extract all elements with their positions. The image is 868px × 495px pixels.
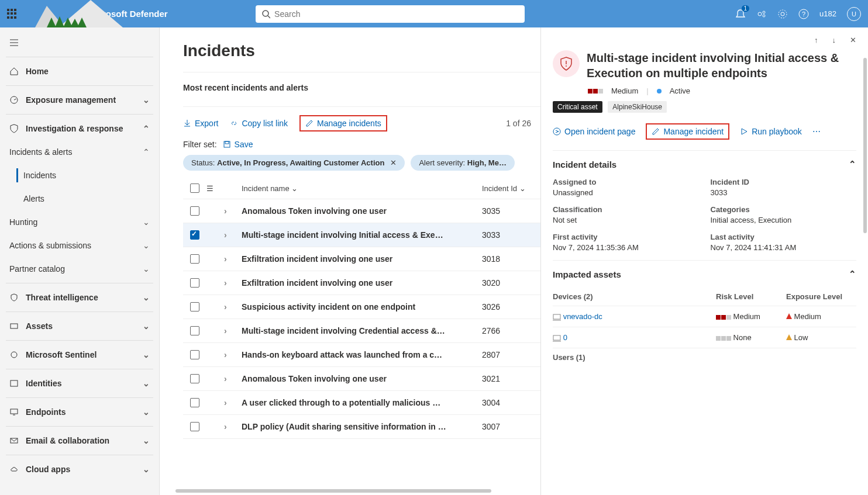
risk-col: Risk Level: [716, 292, 786, 301]
sidebar-item-alerts[interactable]: Alerts: [0, 187, 159, 210]
section-incident-details[interactable]: Incident details⌃: [553, 150, 856, 169]
col-incident-id[interactable]: Incident Id ⌄: [482, 184, 540, 193]
open-incident-button[interactable]: Open incident page: [553, 127, 635, 136]
sidebar-item-incidents-alerts[interactable]: Incidents & alerts⌃: [0, 140, 159, 164]
row-checkbox[interactable]: [190, 422, 199, 431]
filter-chip-severity[interactable]: Alert severity: High, Me…: [411, 155, 515, 171]
table-row[interactable]: › Hands-on keyboard attack was launched …: [183, 343, 540, 367]
table-row[interactable]: › Multi-stage incident involving Initial…: [183, 223, 540, 247]
sidebar-item-partner[interactable]: Partner catalog⌄: [0, 257, 159, 281]
settings-icon[interactable]: [777, 9, 788, 19]
sidebar-item-threat[interactable]: Threat intelligence⌄: [0, 286, 159, 309]
filter-chip-status[interactable]: Status: Active, In Progress, Awaiting Cu…: [183, 155, 405, 171]
table-row[interactable]: › DLP policy (Audit sharing sensitive in…: [183, 415, 540, 439]
row-incident-name: Exfiltration incident involving one user: [242, 254, 482, 264]
row-checkbox[interactable]: [190, 398, 199, 407]
row-checkbox[interactable]: [190, 206, 199, 216]
manage-incident-button[interactable]: Manage incident: [646, 123, 729, 140]
svg-rect-22: [11, 409, 18, 414]
row-checkbox[interactable]: [190, 278, 199, 288]
down-arrow-icon[interactable]: ↓: [832, 36, 836, 44]
topbar: Microsoft Defender 1 ? u182 U: [0, 0, 868, 27]
shield-icon: [9, 124, 19, 133]
row-checkbox[interactable]: [190, 350, 199, 359]
table-row[interactable]: › Anomalous Token involving one user 302…: [183, 367, 540, 391]
status-dot: [657, 89, 662, 94]
more-actions-button[interactable]: ⋯: [812, 127, 821, 136]
notifications-icon[interactable]: 1: [735, 9, 746, 19]
svg-marker-3: [70, 19, 80, 27]
device-name[interactable]: vnevado-dc: [563, 312, 602, 321]
table-row[interactable]: › Exfiltration incident involving one us…: [183, 247, 540, 271]
chevron-right-icon[interactable]: ›: [224, 422, 227, 431]
row-checkbox[interactable]: [190, 254, 199, 264]
table-row[interactable]: › Suspicious activity incident on one en…: [183, 295, 540, 319]
svg-rect-32: [553, 335, 560, 340]
gauge-icon: [9, 95, 19, 105]
device-name[interactable]: 0: [563, 333, 567, 342]
chevron-right-icon[interactable]: ›: [224, 230, 227, 240]
sidebar-item-incidents[interactable]: Incidents: [0, 164, 159, 187]
chevron-down-icon: ⌄: [143, 217, 150, 227]
tag-critical: Critical asset: [553, 101, 602, 113]
chevron-right-icon[interactable]: ›: [224, 302, 227, 311]
device-row[interactable]: vnevado-dc Medium Medium: [553, 306, 856, 327]
chevron-right-icon[interactable]: ›: [224, 278, 227, 288]
horizontal-scrollbar[interactable]: [175, 489, 491, 493]
manage-incidents-button[interactable]: Manage incidents: [299, 115, 387, 131]
sidebar-item-email[interactable]: Email & collaboration⌄: [0, 429, 159, 452]
help-icon[interactable]: ?: [798, 9, 809, 19]
chevron-right-icon[interactable]: ›: [224, 398, 227, 407]
col-incident-name[interactable]: Incident name ⌄: [242, 184, 482, 193]
chevron-right-icon[interactable]: ›: [224, 350, 227, 359]
sidebar-item-assets[interactable]: Assets⌄: [0, 314, 159, 338]
section-impacted-assets[interactable]: Impacted assets⌃: [553, 260, 856, 279]
community-icon[interactable]: [756, 9, 767, 19]
sidebar-item-investigation[interactable]: Investigation & response⌃: [0, 117, 159, 140]
app-launcher-icon[interactable]: [7, 9, 18, 19]
toolbar: Export Copy list link Manage incidents 1…: [183, 106, 540, 140]
save-filter-button[interactable]: Save: [223, 140, 253, 149]
close-icon[interactable]: ✕: [390, 158, 397, 167]
row-checkbox[interactable]: [190, 230, 199, 240]
sidebar-item-hunting[interactable]: Hunting⌄: [0, 210, 159, 234]
table-row[interactable]: › A user clicked through to a potentiall…: [183, 391, 540, 415]
chevron-right-icon[interactable]: ›: [224, 206, 227, 216]
devices-heading: Devices (2): [553, 292, 716, 301]
chevron-right-icon[interactable]: ›: [224, 326, 227, 335]
sidebar-item-identities[interactable]: Identities⌄: [0, 372, 159, 395]
row-checkbox[interactable]: [190, 326, 199, 335]
row-checkbox[interactable]: [190, 374, 199, 383]
sidebar-item-home[interactable]: Home: [0, 60, 159, 83]
up-arrow-icon[interactable]: ↑: [814, 36, 818, 44]
sidebar-item-cloud[interactable]: Cloud apps⌄: [0, 458, 159, 481]
device-row[interactable]: 0 None Low: [553, 327, 856, 348]
select-all-checkbox[interactable]: [190, 184, 199, 193]
vertical-scrollbar[interactable]: [863, 58, 867, 233]
main-content: Incidents Most recent incidents and aler…: [160, 27, 540, 495]
search-box[interactable]: [256, 5, 525, 23]
search-input[interactable]: [274, 9, 519, 19]
row-incident-name: Multi-stage incident involving Initial a…: [242, 230, 482, 240]
row-incident-id: 3020: [482, 278, 540, 288]
first-activity-value: Nov 7, 2024 11:35:36 AM: [553, 243, 699, 252]
sidebar-item-actions[interactable]: Actions & submissions⌄: [0, 234, 159, 257]
run-playbook-button[interactable]: Run playbook: [740, 127, 802, 136]
sidebar-item-endpoints[interactable]: Endpoints⌄: [0, 400, 159, 424]
close-pane-icon[interactable]: ✕: [850, 36, 856, 44]
avatar[interactable]: U: [847, 7, 861, 21]
table-row[interactable]: › Exfiltration incident involving one us…: [183, 271, 540, 295]
copy-link-button[interactable]: Copy list link: [230, 119, 288, 128]
assigned-label: Assigned to: [553, 178, 699, 186]
row-checkbox[interactable]: [190, 302, 199, 311]
table-row[interactable]: › Multi-stage incident involving Credent…: [183, 319, 540, 343]
chevron-right-icon[interactable]: ›: [224, 254, 227, 264]
table-row[interactable]: › Anomalous Token involving one user 303…: [183, 199, 540, 223]
sidebar-item-sentinel[interactable]: Microsoft Sentinel⌄: [0, 343, 159, 366]
numbering-icon[interactable]: ☰: [206, 184, 224, 193]
chevron-right-icon[interactable]: ›: [224, 374, 227, 383]
search-icon: [261, 9, 270, 19]
export-button[interactable]: Export: [183, 119, 218, 128]
hamburger-toggle[interactable]: [0, 31, 159, 54]
sidebar-item-exposure[interactable]: Exposure management⌄: [0, 88, 159, 112]
